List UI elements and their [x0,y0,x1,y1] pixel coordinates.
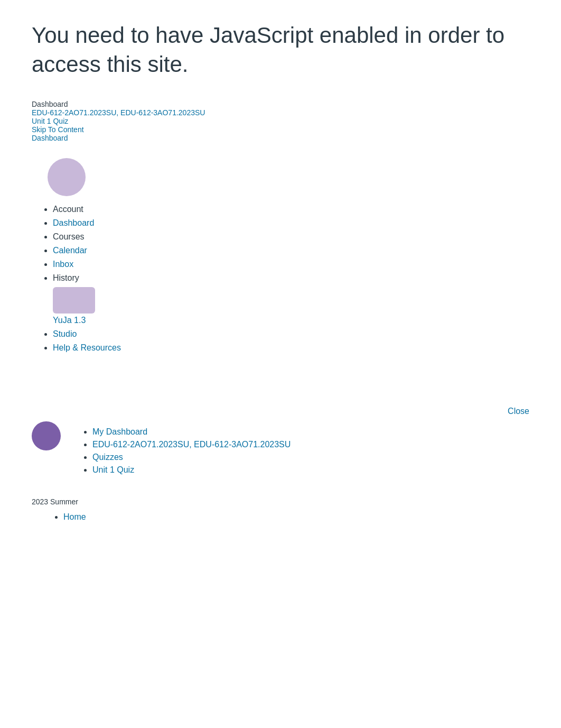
season-label: 2023 Summer [32,497,529,506]
sidebar-item-calendar[interactable]: Calendar [53,244,529,257]
sidebar-calendar-link[interactable]: Calendar [53,246,87,255]
avatar-icon [48,158,86,196]
breadcrumb-skip-link[interactable]: Skip To Content [32,125,529,134]
breadcrumb-course-link[interactable]: EDU-612-2AO71.2023SU, EDU-612-3AO71.2023… [32,108,529,117]
sidebar-account-label: Account [53,202,529,216]
user-nav-dashboard[interactable]: My Dashboard [92,426,291,438]
user-breadcrumb-list: My Dashboard EDU-612-2AO71.2023SU, EDU-6… [71,426,291,476]
js-warning-section: You need to have JavaScript enabled in o… [32,21,529,79]
breadcrumb-dashboard-plain: Dashboard [32,100,529,108]
avatar-placeholder-top [32,158,529,198]
sidebar-yuja-link[interactable]: YuJa 1.3 [53,316,86,325]
user-dashboard-link[interactable]: My Dashboard [92,427,147,436]
sidebar-item-inbox[interactable]: Inbox [53,257,529,271]
sidebar-nav-list: Account Dashboard Courses Calendar Inbox… [32,202,529,359]
sidebar-item-help[interactable]: Help & Resources [53,341,529,355]
sidebar-nav: Account Dashboard Courses Calendar Inbox… [32,153,529,364]
breadcrumb-quiz-link[interactable]: Unit 1 Quiz [32,117,529,125]
user-nav-quizzes[interactable]: Quizzes [92,451,291,464]
user-quizzes-link[interactable]: Quizzes [92,453,123,462]
user-nav-unit1quiz[interactable]: Unit 1 Quiz [92,464,291,476]
yuja-icon [53,287,95,314]
user-unit1quiz-link[interactable]: Unit 1 Quiz [92,465,134,474]
user-nav-section: My Dashboard EDU-612-2AO71.2023SU, EDU-6… [32,421,529,476]
sidebar-dashboard-link[interactable]: Dashboard [53,218,94,227]
sidebar-item-studio[interactable]: Studio [53,327,529,341]
sidebar-item-dashboard[interactable]: Dashboard [53,216,529,230]
close-section: Close [32,407,529,416]
season-home-link[interactable]: Home [63,512,86,521]
js-warning-heading: You need to have JavaScript enabled in o… [32,21,529,79]
breadcrumb: Dashboard EDU-612-2AO71.2023SU, EDU-612-… [32,100,529,142]
breadcrumb-dashboard-link[interactable]: Dashboard [32,134,529,142]
sidebar-yuja-item: YuJa 1.3 [53,285,529,327]
sidebar-item-history: History [53,271,529,285]
close-button[interactable]: Close [508,407,529,416]
sidebar-inbox-link[interactable]: Inbox [53,260,73,269]
user-nav-course[interactable]: EDU-612-2AO71.2023SU, EDU-612-3AO71.2023… [92,438,291,451]
sidebar-help-link[interactable]: Help & Resources [53,343,121,352]
season-nav-list: Home [32,510,529,524]
user-avatar-icon [32,421,61,450]
course-section: 2023 Summer Home [32,497,529,524]
sidebar-studio-link[interactable]: Studio [53,329,77,338]
sidebar-empty-item [53,355,529,359]
user-course-link[interactable]: EDU-612-2AO71.2023SU, EDU-612-3AO71.2023… [92,440,291,449]
sidebar-item-courses: Courses [53,230,529,244]
season-nav-home[interactable]: Home [63,510,529,524]
